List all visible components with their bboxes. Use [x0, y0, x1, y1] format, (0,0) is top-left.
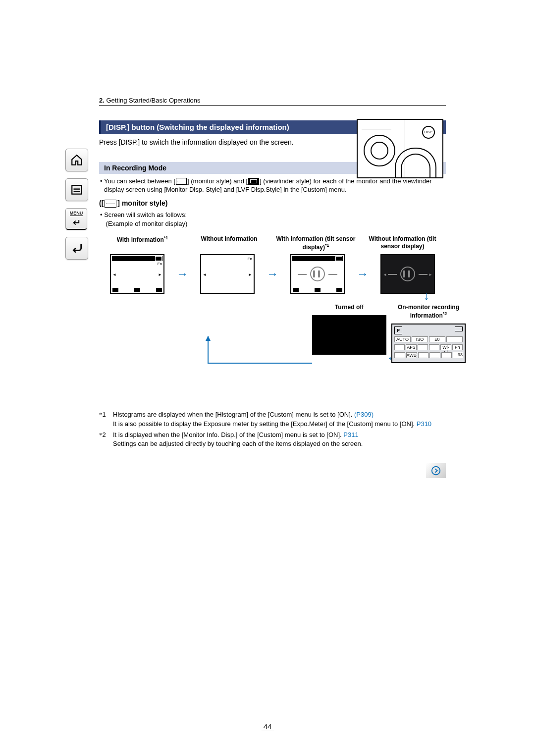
page-number: 44 — [262, 722, 274, 731]
disp-button-callout: DISP. — [422, 126, 435, 139]
arrow-right-icon: → — [356, 267, 370, 281]
link-p310[interactable]: P310 — [417, 420, 431, 428]
link-p311[interactable]: P311 — [343, 431, 358, 438]
loop-arrow-icon — [198, 333, 322, 393]
screens-row: Fn ◄ ► → Fn ◄ ► → → ◄ ► — [99, 254, 446, 294]
next-page-button[interactable] — [426, 463, 446, 478]
screen-with-info: Fn ◄ ► — [110, 254, 164, 294]
home-icon — [70, 154, 83, 166]
breadcrumb: 2. Getting Started/Basic Operations — [99, 97, 446, 104]
screen-with-info-tilt — [290, 254, 345, 294]
arrow-right-icon: → — [266, 267, 279, 281]
toc-icon — [70, 183, 83, 196]
home-button[interactable] — [65, 149, 88, 171]
toc-button[interactable] — [65, 178, 88, 201]
screen-turned-off — [312, 315, 386, 355]
arrow-right-circle-icon — [430, 465, 441, 476]
label-with-info-tilt: With information (tilt sensor display)*1 — [272, 235, 359, 251]
menu-label: MENU — [70, 211, 83, 216]
camera-illustration: DISP. — [357, 119, 443, 178]
menu-button[interactable]: MENU — [65, 208, 87, 230]
monitor-style-icon — [105, 200, 116, 208]
footnote-mark-1: *1 — [99, 410, 113, 428]
back-button[interactable] — [65, 237, 88, 260]
monitor-style-heading: ([] monitor style) — [99, 199, 446, 208]
bullet-style-select: • You can select between [] (monitor sty… — [99, 177, 446, 194]
screen-without-info-tilt: ◄ ► — [380, 254, 435, 294]
label-turned-off: Turned off — [312, 304, 386, 311]
back-small-icon — [70, 216, 83, 229]
label-with-info: With information*1 — [99, 235, 186, 251]
bullet-switch: • Screen will switch as follows: (Exampl… — [99, 211, 446, 228]
label-without-info-tilt: Without information (tilt sensor display… — [359, 235, 446, 251]
label-without-info: Without information — [186, 235, 272, 251]
link-p309[interactable]: (P309) — [354, 411, 374, 418]
label-on-monitor-info: On-monitor recording information*2 — [391, 304, 466, 320]
arrow-right-icon: → — [175, 267, 189, 281]
arrow-down-icon: ↓ — [424, 289, 429, 303]
back-icon — [70, 242, 83, 255]
footnotes: *1 Histograms are displayed when the [Hi… — [99, 410, 446, 448]
footnote-mark-2: *2 — [99, 431, 113, 448]
screen-labels-row: With information*1 Without information W… — [99, 235, 446, 251]
flow-second-row: ↓ Turned off ← On-monitor recording info… — [99, 304, 446, 403]
monitor-style-icon — [176, 178, 187, 185]
viewfinder-style-icon — [248, 178, 259, 185]
screen-on-monitor-info: P AUTOISO±0 AFSWi-FiFn AWB98 — [391, 324, 466, 363]
svg-point-4 — [432, 467, 440, 475]
screen-without-info: Fn ◄ ► — [200, 254, 255, 294]
